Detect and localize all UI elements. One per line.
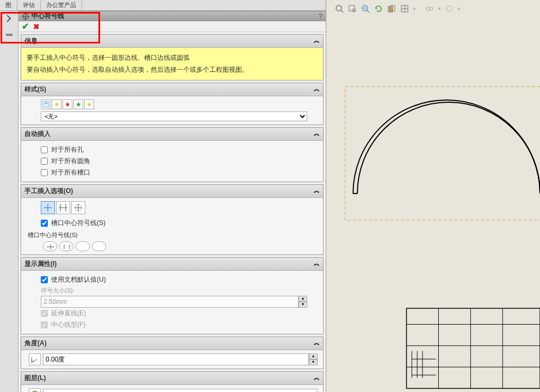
drawing-area[interactable] <box>332 22 540 392</box>
section-angle-title: 角度(A) <box>24 339 47 347</box>
checkbox-use-doc[interactable] <box>41 276 48 283</box>
dropdown-icon[interactable]: ▼ <box>412 7 417 11</box>
slot-type-icons <box>43 241 318 251</box>
svg-point-30 <box>430 7 433 10</box>
style-fav-icon[interactable]: ★ <box>52 99 61 109</box>
collapse-icon[interactable] <box>5 30 14 39</box>
mode-single-icon[interactable] <box>41 201 55 214</box>
label-font: 中心线型(F) <box>51 320 85 329</box>
section-display-header[interactable]: 显示属性(I) ︽ <box>21 258 323 271</box>
section-info-header[interactable]: 信息 ︽ <box>21 35 323 48</box>
spin-up[interactable]: ▲ <box>309 353 318 359</box>
expand-icon[interactable] <box>5 14 14 23</box>
tab-evaluate[interactable]: 评估 <box>17 0 41 10</box>
style-select[interactable]: <无> <box>41 111 307 121</box>
section-layer: 图层(L) ︽ 10 <box>21 371 324 392</box>
left-gutter <box>0 11 18 392</box>
tab-office[interactable]: 办公室产品 <box>41 0 82 10</box>
dropdown-icon[interactable]: ▼ <box>457 7 461 11</box>
chevron-icon: ︽ <box>314 339 320 347</box>
manual-mode-icons <box>41 201 318 214</box>
zoom-area-icon[interactable] <box>347 3 358 14</box>
title-block <box>406 308 540 388</box>
label-holes: 对于所有孔 <box>51 145 84 154</box>
more-icon[interactable] <box>444 3 455 14</box>
svg-point-18 <box>336 5 342 11</box>
section-view-icon[interactable] <box>386 3 397 14</box>
section-layer-header[interactable]: 图层(L) ︽ <box>21 372 323 385</box>
section-auto-title: 自动插入 <box>24 130 51 138</box>
view-toolbar: ▼ ▼ ▼ <box>334 3 461 14</box>
label-ext: 延伸直线(E) <box>51 309 86 318</box>
section-angle-header[interactable]: 角度(A) ︽ <box>21 337 323 350</box>
slot-type3-icon[interactable] <box>76 241 90 251</box>
check-all-fillets[interactable]: 对于所有圆角 <box>27 155 318 167</box>
style-add-icon[interactable]: ★ <box>73 99 83 109</box>
section-style-title: 样式(S) <box>24 85 46 93</box>
section-manual-title: 手工插入选项(O) <box>24 187 73 195</box>
style-apply-icon[interactable]: + <box>41 99 51 109</box>
svg-rect-32 <box>406 308 540 388</box>
spin-up[interactable]: ▲ <box>299 296 307 302</box>
slot-type2-icon[interactable] <box>59 241 73 251</box>
drawing-svg <box>332 22 540 392</box>
checkbox-slots[interactable] <box>41 169 48 176</box>
check-all-slots[interactable]: 对于所有槽口 <box>27 167 318 178</box>
spin-down[interactable]: ▼ <box>309 359 318 365</box>
cancel-button[interactable]: ✖ <box>33 22 40 31</box>
check-all-holes[interactable]: 对于所有孔 <box>27 144 318 155</box>
spin-down[interactable]: ▼ <box>299 302 307 308</box>
help-button[interactable]: ? <box>319 12 322 20</box>
angle-input[interactable] <box>43 353 309 365</box>
mode-circular-icon[interactable] <box>71 201 85 214</box>
confirm-row: ✔ ✖ <box>18 21 326 32</box>
svg-line-23 <box>367 10 369 13</box>
checkbox-slot-cm[interactable] <box>41 220 48 227</box>
label-slot-cm: 槽口中心符号线(S) <box>51 219 105 228</box>
angle-icon <box>29 353 41 365</box>
layer-row: 10 <box>29 388 318 392</box>
view-boundary <box>345 87 540 221</box>
arc-outer[interactable] <box>353 100 540 194</box>
slot-type4-icon[interactable] <box>92 241 106 251</box>
style-save-icon[interactable]: ★ <box>84 99 94 109</box>
mode-linear-icon[interactable] <box>56 201 70 214</box>
ok-button[interactable]: ✔ <box>22 21 29 32</box>
section-angle: 角度(A) ︽ ▲▼ <box>21 337 324 369</box>
layer-select[interactable]: 10 <box>43 389 318 392</box>
size-label: 符号大小(S): <box>41 285 318 296</box>
layer-icon <box>29 388 41 392</box>
checkbox-font <box>41 321 48 328</box>
tab-drawing[interactable]: 图 <box>0 0 17 10</box>
size-input <box>41 296 299 308</box>
zoom-prev-icon[interactable] <box>360 3 371 14</box>
section-style-header[interactable]: 样式(S) ︽ <box>21 83 323 96</box>
check-use-doc[interactable]: 使用文档默认值(U) <box>27 274 318 285</box>
slot-type1-icon[interactable] <box>43 241 57 251</box>
angle-row: ▲▼ <box>29 353 318 365</box>
rotate-view-icon[interactable] <box>373 3 384 14</box>
style-del-icon[interactable]: ★ <box>63 99 72 109</box>
section-auto: 自动插入 ︽ 对于所有孔 对于所有圆角 对于所有槽口 <box>21 127 324 182</box>
size-input-row: ▲▼ <box>41 296 307 308</box>
section-style: 样式(S) ︽ + ★ ★ ★ ★ <无> <box>21 83 324 125</box>
section-display: 显示属性(I) ︽ 使用文档默认值(U) 符号大小(S): ▲▼ 延伸直线(E)… <box>21 257 324 334</box>
svg-rect-0 <box>6 34 13 36</box>
checkbox-fillets[interactable] <box>41 158 48 165</box>
dropdown-icon[interactable]: ▼ <box>437 7 442 11</box>
svg-rect-20 <box>349 5 355 11</box>
arc-inner[interactable] <box>357 102 540 194</box>
check-slot-centermark[interactable]: 槽口中心符号线(S) <box>27 217 318 229</box>
section-layer-title: 图层(L) <box>24 374 46 382</box>
section-manual-header[interactable]: 手工插入选项(O) ︽ <box>21 185 323 198</box>
label-slots: 对于所有槽口 <box>51 168 90 177</box>
zoom-fit-icon[interactable] <box>334 3 345 14</box>
display-style-icon[interactable] <box>399 3 410 14</box>
check-center-font: 中心线型(F) <box>27 319 318 331</box>
hide-show-icon[interactable] <box>424 3 435 14</box>
checkbox-holes[interactable] <box>41 146 48 153</box>
label-fillets: 对于所有圆角 <box>51 157 90 166</box>
section-auto-header[interactable]: 自动插入 ︽ <box>21 128 323 141</box>
slot-sub-label: 槽口中心符号线(S) <box>28 231 318 239</box>
drawing-viewport[interactable]: ▼ ▼ ▼ <box>326 0 540 392</box>
